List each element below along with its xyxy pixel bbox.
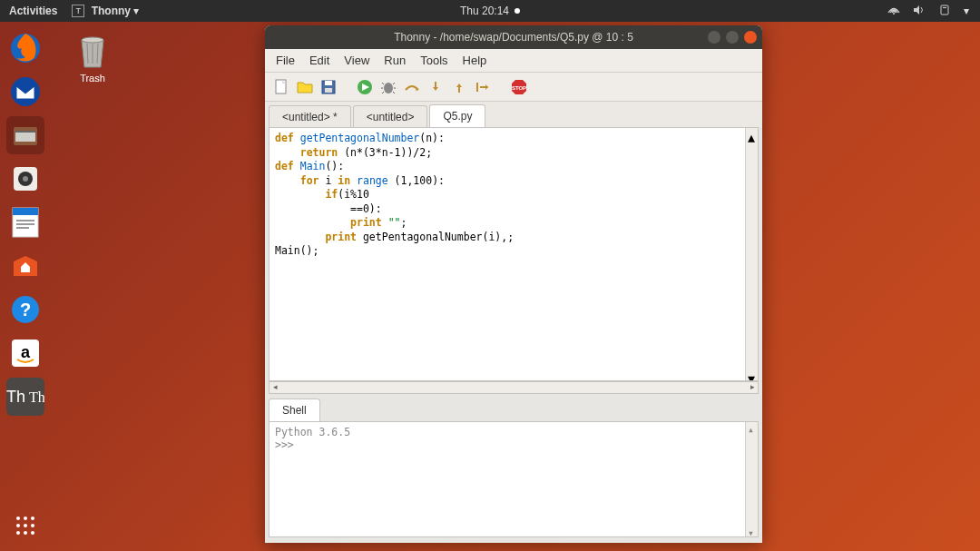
run-button[interactable] xyxy=(356,78,374,96)
svg-point-23 xyxy=(24,524,27,527)
svg-rect-2 xyxy=(943,7,946,8)
volume-icon[interactable] xyxy=(913,5,926,18)
svg-point-21 xyxy=(31,517,34,520)
editor-scrollbar-horizontal[interactable]: ◂ ▸ xyxy=(269,381,759,394)
svg-rect-28 xyxy=(276,80,286,93)
svg-text:a: a xyxy=(21,343,31,361)
window-minimize-button[interactable] xyxy=(708,31,720,44)
dock-amazon[interactable]: a xyxy=(6,334,44,372)
scroll-up-arrow-icon[interactable]: ▴ xyxy=(748,423,757,432)
svg-point-20 xyxy=(24,517,27,520)
dock-files[interactable] xyxy=(6,116,44,154)
new-file-button[interactable] xyxy=(272,78,290,96)
svg-text:Th: Th xyxy=(29,389,44,405)
svg-rect-1 xyxy=(941,5,948,15)
svg-point-25 xyxy=(16,531,20,535)
window-maximize-button[interactable] xyxy=(726,31,739,44)
svg-text:?: ? xyxy=(20,300,31,320)
scroll-down-arrow-icon[interactable]: ▾ xyxy=(748,526,757,536)
resume-button[interactable] xyxy=(474,78,492,96)
svg-point-24 xyxy=(31,524,34,527)
dock-ubuntu-software[interactable] xyxy=(6,247,44,285)
dock-thunderbird[interactable] xyxy=(6,73,44,111)
editor-tab-untitled-2[interactable]: <untitled> xyxy=(353,105,428,128)
trash-label: Trash xyxy=(73,73,113,84)
svg-point-27 xyxy=(31,531,34,535)
svg-point-19 xyxy=(16,517,20,520)
svg-rect-8 xyxy=(15,131,35,133)
chevron-down-icon: ▾ xyxy=(133,5,139,17)
editor-scrollbar-vertical[interactable]: ▴ ▾ xyxy=(745,128,758,380)
svg-point-22 xyxy=(16,524,20,527)
dock-thonny[interactable]: ThTh xyxy=(6,378,44,416)
show-applications-button[interactable] xyxy=(9,509,42,542)
menu-tools[interactable]: Tools xyxy=(415,52,453,69)
toolbar: STOP xyxy=(265,73,762,102)
svg-rect-31 xyxy=(325,88,332,93)
network-icon[interactable] xyxy=(887,5,900,18)
svg-point-3 xyxy=(82,37,103,43)
window-titlebar[interactable]: Thonny - /home/swap/Documents/Q5.py @ 10… xyxy=(265,25,762,49)
desktop-trash[interactable]: Trash xyxy=(73,31,113,84)
svg-point-33 xyxy=(384,83,393,93)
step-out-button[interactable] xyxy=(450,78,468,96)
thonny-menu-icon: T xyxy=(72,5,84,17)
menu-file[interactable]: File xyxy=(270,52,300,69)
top-panel: Activities T Thonny ▾ Thu 20:14 ▾ xyxy=(0,0,980,22)
editor-tab-row: <untitled> * <untitled> Q5.py xyxy=(265,102,762,127)
stop-button[interactable]: STOP xyxy=(510,78,528,96)
launcher-dock: ? a ThTh xyxy=(4,29,47,416)
window-close-button[interactable] xyxy=(744,31,757,44)
shell-version-line: Python 3.6.5 xyxy=(275,426,752,438)
scroll-right-arrow-icon[interactable]: ▸ xyxy=(747,382,758,393)
scroll-down-arrow-icon[interactable]: ▾ xyxy=(748,370,757,379)
svg-point-5 xyxy=(11,77,40,106)
svg-rect-7 xyxy=(15,133,35,142)
step-over-button[interactable] xyxy=(403,78,421,96)
svg-point-11 xyxy=(23,176,28,182)
window-title: Thonny - /home/swap/Documents/Q5.py @ 10… xyxy=(394,31,633,44)
debug-button[interactable] xyxy=(379,78,397,96)
editor-tab-q5[interactable]: Q5.py xyxy=(429,104,485,128)
clock[interactable]: Thu 20:14 xyxy=(460,5,520,17)
step-into-button[interactable] xyxy=(426,78,445,96)
shell-scrollbar-vertical[interactable]: ▴ ▾ xyxy=(745,422,758,536)
svg-rect-13 xyxy=(13,208,38,215)
activities-button[interactable]: Activities xyxy=(9,5,57,17)
dock-libreoffice-writer[interactable] xyxy=(6,203,44,241)
svg-point-0 xyxy=(893,13,895,15)
shell-tab[interactable]: Shell xyxy=(269,398,320,422)
svg-text:STOP: STOP xyxy=(512,85,526,91)
menu-edit[interactable]: Edit xyxy=(304,52,335,69)
thonny-window: Thonny - /home/swap/Documents/Q5.py @ 10… xyxy=(265,25,762,543)
active-app-menu[interactable]: T Thonny ▾ xyxy=(72,5,139,18)
scroll-left-arrow-icon[interactable]: ◂ xyxy=(270,382,280,393)
power-icon[interactable] xyxy=(938,4,951,19)
menu-view[interactable]: View xyxy=(338,52,375,69)
open-file-button[interactable] xyxy=(296,78,314,96)
code-editor[interactable]: def getPentagonalNumber(n): return (n*(3… xyxy=(269,127,759,381)
scroll-up-arrow-icon[interactable]: ▴ xyxy=(748,129,757,138)
menu-help[interactable]: Help xyxy=(457,52,493,69)
save-button[interactable] xyxy=(319,78,338,96)
shell-panel[interactable]: Python 3.6.5 >>> ▴ ▾ xyxy=(269,421,759,537)
menubar: File Edit View Run Tools Help xyxy=(265,49,762,73)
system-dropdown-icon[interactable]: ▾ xyxy=(964,5,969,17)
svg-point-26 xyxy=(24,531,27,535)
shell-prompt: >>> xyxy=(275,438,752,451)
notification-dot-icon xyxy=(514,8,520,14)
menu-run[interactable]: Run xyxy=(378,52,411,69)
dock-rhythmbox[interactable] xyxy=(6,160,44,198)
dock-help[interactable]: ? xyxy=(6,290,44,329)
dock-firefox[interactable] xyxy=(6,29,44,67)
editor-tab-untitled-1[interactable]: <untitled> * xyxy=(269,105,351,128)
svg-rect-30 xyxy=(325,81,332,85)
shell-tab-row: Shell xyxy=(265,399,762,421)
trash-icon xyxy=(73,31,113,71)
